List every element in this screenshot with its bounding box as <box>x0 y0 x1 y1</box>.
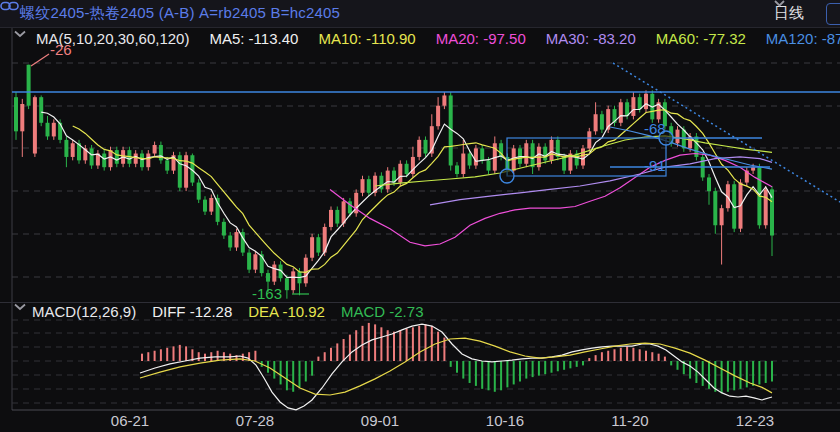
candle-body <box>581 148 585 165</box>
ma-row-value-ma5: MA5: -113.40 <box>209 30 298 47</box>
macd-hist-bar <box>525 361 527 379</box>
macd-hist-bar <box>362 326 364 361</box>
price-chart-canvas[interactable] <box>0 0 840 432</box>
macd-hist-bar <box>399 330 401 361</box>
macd-hist-bar <box>141 354 143 361</box>
candle-body <box>638 97 642 109</box>
macd-hist-bar <box>330 348 332 361</box>
candle-body <box>367 179 371 193</box>
macd-row-value-dea: DEA -10.92 <box>248 303 325 320</box>
chart-window: 螺纹2405-热卷2405 (A-B) A=rb2405 B=hc2405 日线… <box>0 0 840 432</box>
macd-hist-bar <box>513 361 515 384</box>
macd-hist-bar <box>286 361 288 390</box>
instrument-title: 螺纹2405-热卷2405 (A-B) A=rb2405 B=hc2405 <box>20 4 340 23</box>
macd-hist-bar <box>752 361 754 386</box>
macd-hist-bar <box>727 361 729 392</box>
macd-hist-bar <box>380 327 382 361</box>
candle-body <box>562 157 566 171</box>
candle-body <box>272 265 276 282</box>
macd-hist-bar <box>746 361 748 387</box>
macd-hist-bar <box>771 361 773 382</box>
macd-hist-bar <box>557 361 559 371</box>
candle-body <box>386 171 390 190</box>
price-annotation: -163 <box>252 286 282 301</box>
macd-hist-bar <box>569 361 571 368</box>
macd-hist-bar <box>418 326 420 361</box>
macd-hist-bar <box>500 361 502 390</box>
candle-body <box>71 143 75 157</box>
candle-body <box>266 273 270 282</box>
macd-hist-bar <box>355 330 357 361</box>
candle-body <box>424 140 428 154</box>
drawing-handle[interactable] <box>500 169 514 183</box>
macd-hist-bar <box>563 361 565 370</box>
candle-body <box>316 237 320 252</box>
macd-hist-bar <box>305 361 307 382</box>
macd-hist-bar <box>494 361 496 392</box>
annotation-pointer-line <box>31 54 49 66</box>
macd-hist-bar <box>588 358 590 361</box>
macd-hist-bar <box>765 361 767 383</box>
ma-indicator-row: MA(5,10,20,30,60,120) MA5: -113.40MA10: … <box>14 30 840 47</box>
candle-body <box>461 154 465 174</box>
candle-body <box>291 271 295 290</box>
candle-body <box>140 154 144 168</box>
macd-hist-bar <box>437 332 439 361</box>
candle-body <box>720 208 724 225</box>
macd-hist-bar <box>173 346 175 361</box>
candle-body <box>531 143 535 167</box>
macd-hist-bar <box>280 361 282 384</box>
candle-body <box>39 97 43 123</box>
ma-row-value-ma30: MA30: -83.20 <box>546 30 636 47</box>
candle-body <box>468 154 472 166</box>
candle-body <box>146 154 150 168</box>
macd-hist-bar <box>179 345 181 361</box>
candle-body <box>247 253 251 270</box>
macd-hist-bar <box>185 346 187 361</box>
candle-body <box>14 97 18 131</box>
macd-hist-bar <box>374 324 376 361</box>
candle-body <box>524 143 528 163</box>
macd-hist-bar <box>254 351 256 361</box>
candle-body <box>203 200 207 212</box>
macd-hist-bar <box>721 361 723 393</box>
price-annotation: -26 <box>50 42 72 57</box>
candle-body <box>480 148 484 160</box>
candle-body <box>335 210 339 224</box>
macd-hist-bar <box>651 352 653 361</box>
candle-body <box>587 131 591 148</box>
macd-hist-bar <box>311 361 313 376</box>
macd-hist-bar <box>488 361 490 390</box>
macd-hist-bar <box>160 349 162 361</box>
macd-hist-bar <box>614 349 616 361</box>
candle-body <box>228 236 232 248</box>
macd-hist-bar <box>532 361 534 377</box>
candle-body <box>594 114 598 131</box>
price-annotation: -68 <box>644 121 666 136</box>
price-annotation: -91 <box>644 158 666 173</box>
macd-hist-bar <box>626 346 628 361</box>
candle-body <box>455 165 459 174</box>
candle-body <box>361 179 365 193</box>
x-axis-label: 12-23 <box>736 412 774 429</box>
candle-body <box>764 189 768 225</box>
macd-hist-bar <box>601 352 603 361</box>
macd-hist-bar <box>670 361 672 365</box>
candle-body <box>109 150 113 167</box>
candle-body <box>442 95 446 105</box>
candle-body <box>20 104 24 131</box>
macd-hist-bar <box>582 361 584 365</box>
period-selector[interactable]: 日线 <box>774 0 812 27</box>
candle-body <box>285 278 289 290</box>
macd-hist-bar <box>658 354 660 361</box>
toolbar-button-partial[interactable] <box>826 3 840 25</box>
candle-body <box>90 148 94 165</box>
candle-body <box>644 94 648 109</box>
candle-body <box>436 106 440 126</box>
macd-hist-bar <box>336 343 338 361</box>
candle-body <box>197 183 201 200</box>
candle-body <box>52 123 56 137</box>
macd-hist-bar <box>702 361 704 386</box>
macd-hist-bar <box>538 361 540 376</box>
candle-body <box>134 154 138 164</box>
